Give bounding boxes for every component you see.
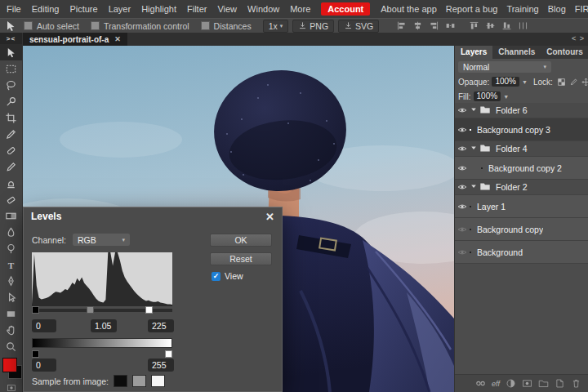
sample-gray-eyedropper[interactable] xyxy=(132,375,146,387)
lock-paint-icon[interactable] xyxy=(569,78,578,87)
link-icon[interactable] xyxy=(475,378,486,389)
delete-icon[interactable] xyxy=(571,378,581,389)
gradient-tool[interactable] xyxy=(0,207,22,224)
visibility-cell[interactable] xyxy=(455,144,470,154)
blur-tool[interactable] xyxy=(0,224,22,240)
sample-white-eyedropper[interactable] xyxy=(151,375,165,387)
new-layer-icon[interactable] xyxy=(555,378,565,389)
layer-row-background-copy[interactable]: Background copy xyxy=(455,218,588,241)
layer-row-background[interactable]: Background xyxy=(455,241,588,264)
collapse-cell[interactable] xyxy=(470,182,479,192)
menu-picture[interactable]: Picture xyxy=(69,4,97,14)
menu-filter[interactable]: Filter xyxy=(187,4,207,14)
distances-checkbox[interactable] xyxy=(201,21,210,30)
layer-row-folder-4[interactable]: Folder 4 xyxy=(455,141,588,157)
input-gamma-field[interactable]: 1.05 xyxy=(91,319,117,332)
dialog-title-bar[interactable]: Levels ✕ xyxy=(24,207,282,225)
layer-row-layer-1[interactable]: Layer 1 xyxy=(455,195,588,218)
foreground-color-swatch[interactable] xyxy=(2,358,17,372)
option-transformation-control[interactable]: Transformation control xyxy=(91,21,189,31)
lasso-tool[interactable] xyxy=(0,77,22,93)
document-tab[interactable]: sensual-portrait-of-a ✕ xyxy=(23,33,127,46)
visibility-toggle-icon[interactable] xyxy=(457,202,467,212)
menu-editing[interactable]: Editing xyxy=(32,4,60,14)
menu-window[interactable]: Window xyxy=(247,4,279,14)
align-stack-icon[interactable] xyxy=(445,20,456,31)
menu-report-a-bug[interactable]: Report a bug xyxy=(446,4,498,14)
tab-contours[interactable]: Contours xyxy=(541,46,588,59)
visibility-toggle-icon[interactable] xyxy=(457,163,467,173)
visibility-cell[interactable] xyxy=(455,182,470,192)
layer-row-background-copy-3[interactable]: Background copy 3 xyxy=(455,118,588,141)
menu-view[interactable]: View xyxy=(217,4,237,14)
marquee-tool[interactable] xyxy=(0,60,22,77)
align-top-icon[interactable] xyxy=(469,20,479,31)
visibility-toggle-icon[interactable] xyxy=(457,144,467,154)
adjustment-icon[interactable] xyxy=(506,378,516,389)
output-black-slider[interactable] xyxy=(32,350,39,358)
reset-button[interactable]: Reset xyxy=(210,252,272,265)
caret-down-icon[interactable] xyxy=(470,182,478,190)
clone-stamp-tool[interactable] xyxy=(0,175,22,191)
chevron-down-icon[interactable]: ▼ xyxy=(522,79,528,85)
layer-row-folder-2[interactable]: Folder 2 xyxy=(455,180,588,195)
align-left-icon[interactable] xyxy=(396,20,407,31)
caret-down-icon[interactable] xyxy=(470,144,478,152)
transformation-control-checkbox[interactable] xyxy=(91,21,100,30)
visibility-toggle-icon[interactable] xyxy=(457,105,467,115)
input-gamma-slider[interactable] xyxy=(87,306,94,314)
shape-tool[interactable] xyxy=(0,305,22,322)
align-bottom-icon[interactable] xyxy=(501,20,512,31)
menu-training[interactable]: Training xyxy=(506,4,538,14)
menu-file[interactable]: File xyxy=(7,4,21,14)
input-white-slider[interactable] xyxy=(145,306,153,314)
visibility-cell[interactable] xyxy=(455,125,470,135)
brush-tool[interactable] xyxy=(0,158,22,175)
opacity-value[interactable]: 100% xyxy=(492,77,519,87)
option-distances[interactable]: Distances xyxy=(201,21,252,31)
quick-select-tool[interactable] xyxy=(0,93,22,109)
input-black-slider[interactable] xyxy=(32,306,39,314)
channel-select[interactable]: RGB ▾ xyxy=(73,234,130,246)
mask-icon[interactable] xyxy=(522,378,532,389)
output-low-field[interactable]: 0 xyxy=(32,359,56,372)
hand-tool[interactable] xyxy=(0,322,22,338)
auto-select-checkbox[interactable] xyxy=(24,21,33,30)
path-select-tool[interactable] xyxy=(0,289,22,305)
new-folder-icon[interactable] xyxy=(538,378,549,389)
type-tool[interactable]: T xyxy=(0,256,22,273)
crop-tool[interactable] xyxy=(0,109,22,126)
align-middle-icon[interactable] xyxy=(485,20,496,31)
account-button[interactable]: Account xyxy=(321,2,370,16)
chevron-down-icon[interactable]: ▼ xyxy=(503,94,509,100)
collapse-cell[interactable] xyxy=(470,144,479,154)
align-right-icon[interactable] xyxy=(429,20,439,31)
eyedropper-tool[interactable] xyxy=(0,126,22,142)
sample-black-eyedropper[interactable] xyxy=(114,375,127,387)
tab-channels[interactable]: Channels xyxy=(492,46,541,59)
lock-transparency-icon[interactable] xyxy=(557,78,566,87)
visibility-cell[interactable] xyxy=(455,163,470,173)
view-checkbox[interactable]: ✓ xyxy=(212,272,220,281)
fill-value[interactable]: 100% xyxy=(474,91,501,101)
effects-icon[interactable]: eff xyxy=(492,380,500,388)
menu-highlight[interactable]: Highlight xyxy=(141,4,176,14)
eraser-tool[interactable] xyxy=(0,191,22,207)
menu-blog[interactable]: Blog xyxy=(548,4,566,14)
pen-tool[interactable] xyxy=(0,273,22,289)
layer-row-background-copy-2[interactable]: Background copy 2 xyxy=(455,157,588,180)
visibility-cell[interactable] xyxy=(455,225,470,234)
close-icon[interactable]: ✕ xyxy=(265,212,274,222)
panel-toggle-icon[interactable]: < > xyxy=(572,34,585,42)
export-svg-button[interactable]: SVG xyxy=(338,20,379,33)
visibility-toggle-icon[interactable] xyxy=(457,247,467,257)
toolbar-collapse-icon[interactable]: >< xyxy=(0,33,22,44)
visibility-toggle-icon[interactable] xyxy=(457,182,467,192)
blend-mode-select[interactable]: Normal ▾ xyxy=(458,61,551,73)
visibility-cell[interactable] xyxy=(455,105,470,115)
visibility-cell[interactable] xyxy=(455,247,470,257)
menu-more[interactable]: More xyxy=(290,4,310,14)
zoom-tool[interactable] xyxy=(0,338,22,354)
layer-row-folder-6[interactable]: Folder 6 xyxy=(455,103,588,118)
ok-button[interactable]: OK xyxy=(210,234,272,247)
